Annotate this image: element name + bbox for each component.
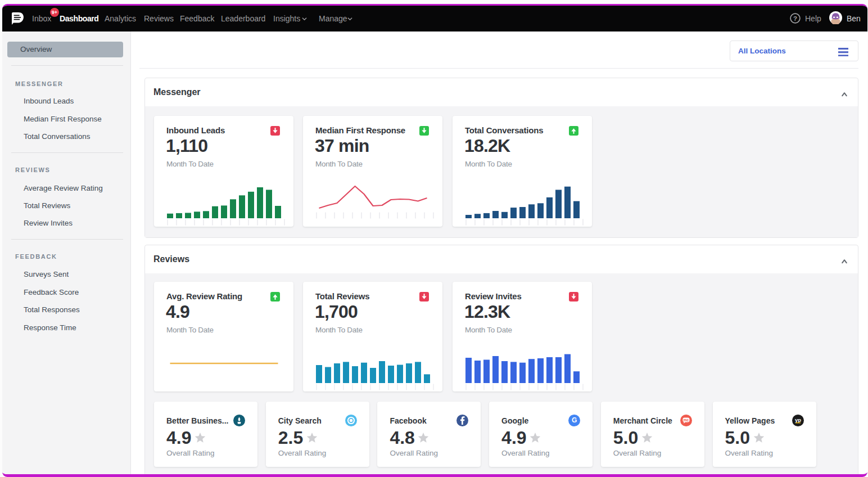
- svg-text:yp: yp: [794, 417, 801, 423]
- svg-text:?: ?: [793, 15, 797, 22]
- svg-text:mc: mc: [684, 418, 689, 422]
